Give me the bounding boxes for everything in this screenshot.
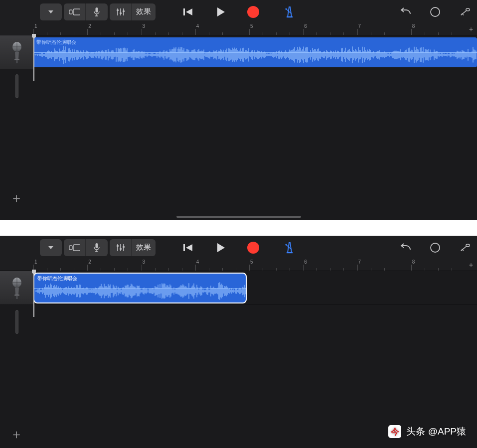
playhead[interactable] [33,35,34,81]
ruler-gutter [0,259,33,271]
svg-point-22 [466,244,470,246]
ruler-row: 12345678 ＋ [0,259,477,271]
microphone-button[interactable] [86,3,108,20]
svg-rect-25 [16,296,17,299]
view-dropdown-button[interactable] [40,239,62,256]
add-track-button[interactable]: ＋ [8,426,24,442]
add-section-button[interactable]: ＋ [465,23,477,35]
svg-point-20 [285,244,287,245]
microphone-button[interactable] [86,239,108,256]
svg-rect-3 [117,9,119,11]
svg-rect-1 [73,9,80,15]
waveform [33,45,477,64]
timeline-ruler[interactable]: 12345678 [33,23,465,35]
svg-rect-13 [69,246,72,250]
track-lane-1[interactable]: 带你听杰伦演唱会 [33,271,477,304]
right-toolbar [399,242,471,254]
track-display-button[interactable] [64,3,86,20]
transport-controls [181,241,296,254]
metronome-button[interactable] [283,5,296,18]
play-button[interactable] [214,5,227,18]
audio-region-1[interactable]: 带你听杰伦演唱会 [33,273,247,303]
right-toolbar [399,6,471,18]
record-button[interactable] [247,242,259,254]
add-track-button[interactable]: ＋ [8,190,24,206]
record-button[interactable] [247,6,259,18]
track-header-mic[interactable] [0,35,33,69]
ruler-gutter [0,23,33,35]
add-section-button[interactable]: ＋ [465,259,477,271]
svg-point-8 [431,7,440,16]
track-header-mic[interactable] [0,271,33,304]
tracks-area: 带你听杰伦演唱会 ＋ [0,35,477,220]
svg-point-21 [431,243,440,252]
mixer-button[interactable] [110,239,132,256]
track-volume-slot[interactable] [0,69,33,103]
editor-panel-1: 效果 123456 [0,0,477,220]
watermark-text: 头条 @APP猿 [406,425,466,438]
track-segments [64,3,108,20]
track-row-1: 带你听杰伦演唱会 [0,35,477,69]
loop-button[interactable] [429,242,441,254]
svg-rect-6 [183,8,185,15]
svg-rect-4 [120,12,122,14]
metronome-button[interactable] [283,241,296,254]
svg-rect-16 [117,245,119,247]
view-dropdown-button[interactable] [40,3,62,20]
toolbar: 效果 [0,0,477,23]
bottom-handle[interactable] [176,216,301,218]
rewind-button[interactable] [181,241,194,254]
fx-group: 效果 [110,239,156,256]
svg-point-9 [466,8,470,10]
svg-point-7 [285,8,287,9]
waveform [34,282,247,300]
play-button[interactable] [214,241,227,254]
svg-rect-19 [183,244,185,251]
rewind-button[interactable] [181,5,194,18]
settings-button[interactable] [459,242,471,254]
mixer-button[interactable] [110,3,132,20]
tracks-area: 带你听杰伦演唱会 ＋ [0,271,477,448]
editor-panel-2: 效果 12345678 ＋ [0,236,477,448]
ruler-row: 12345678 ＋ [0,23,477,35]
track-lane-1[interactable]: 带你听杰伦演唱会 [33,35,477,69]
svg-rect-17 [120,248,122,250]
svg-rect-15 [96,243,98,248]
fx-label[interactable]: 效果 [132,239,156,256]
timeline-ruler[interactable]: 12345678 [33,259,465,271]
settings-button[interactable] [459,6,471,18]
svg-rect-18 [123,246,125,248]
playhead[interactable] [33,271,34,317]
track-display-button[interactable] [64,239,86,256]
audio-region-1[interactable]: 带你听杰伦演唱会 [33,37,477,67]
svg-rect-14 [73,245,80,251]
fx-label[interactable]: 效果 [132,3,156,20]
transport-controls [181,5,296,18]
track-row-1: 带你听杰伦演唱会 [0,271,477,305]
region-label: 带你听杰伦演唱会 [37,275,77,282]
svg-rect-12 [16,60,17,63]
track-segments [64,239,108,256]
watermark-logo: 今 [388,425,401,438]
fx-group: 效果 [110,3,156,20]
svg-rect-5 [123,10,125,12]
undo-button[interactable] [399,242,411,254]
undo-button[interactable] [399,6,411,18]
region-label: 带你听杰伦演唱会 [36,39,76,46]
loop-button[interactable] [429,6,441,18]
toolbar: 效果 [0,236,477,259]
watermark: 今 头条 @APP猿 [388,425,466,438]
svg-rect-2 [96,7,98,12]
track-volume-slot[interactable] [0,305,33,339]
svg-rect-0 [69,10,72,14]
